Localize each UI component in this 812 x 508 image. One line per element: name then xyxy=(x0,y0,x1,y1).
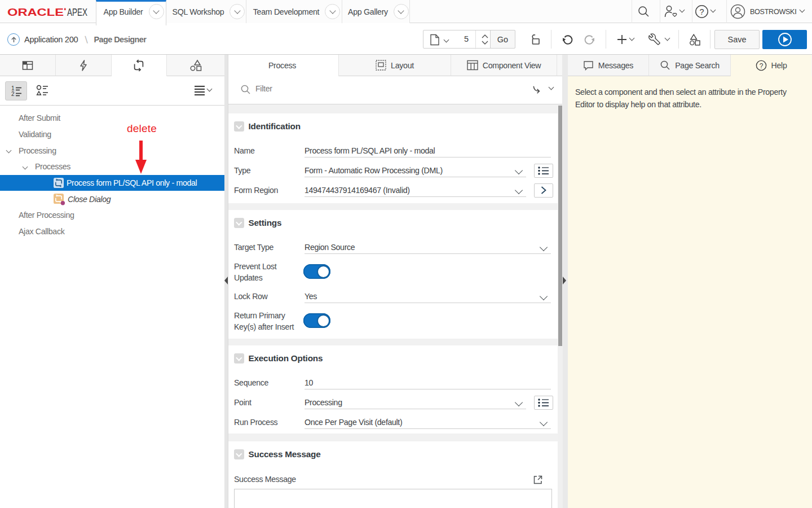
svg-text:2: 2 xyxy=(11,91,15,97)
svg-text:?: ? xyxy=(699,7,704,16)
svg-text:?: ? xyxy=(759,62,763,70)
